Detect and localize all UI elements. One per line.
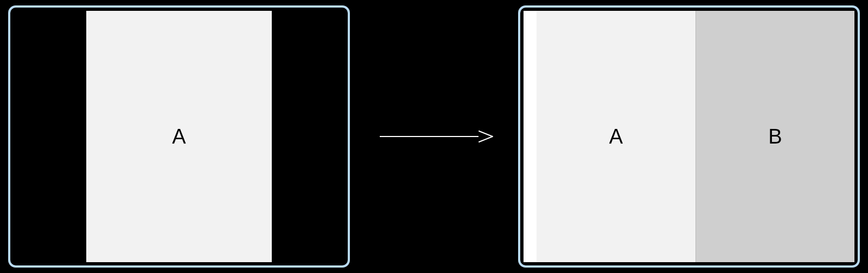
letterbox-right bbox=[272, 11, 344, 262]
arrow-head-icon bbox=[478, 130, 494, 143]
frame-before: A bbox=[8, 5, 350, 268]
letterbox-left bbox=[14, 11, 86, 262]
label-a-before: A bbox=[172, 125, 186, 148]
frame-after: A B bbox=[518, 5, 860, 268]
pane-b-after: B bbox=[695, 11, 854, 262]
arrow-shaft bbox=[380, 136, 478, 137]
pane-a-before: A bbox=[86, 11, 272, 262]
gutter-left bbox=[524, 11, 537, 262]
diagram-canvas: A A B bbox=[0, 0, 868, 273]
pane-a-after: A bbox=[537, 11, 695, 262]
frame-after-inner: A B bbox=[524, 11, 854, 262]
label-a-after: A bbox=[609, 125, 623, 148]
label-b-after: B bbox=[768, 125, 782, 148]
arrow-icon bbox=[380, 130, 494, 143]
frame-before-inner: A bbox=[14, 11, 344, 262]
